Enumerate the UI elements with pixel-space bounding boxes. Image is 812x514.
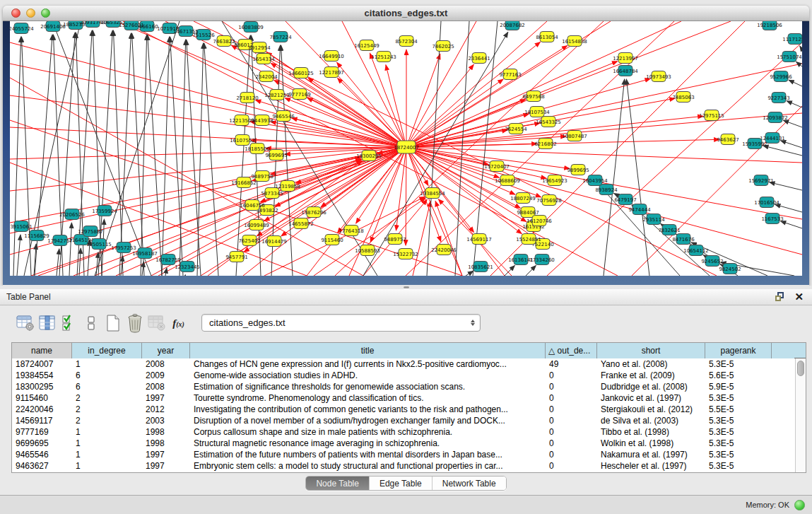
graph-node[interactable]: 8613054 — [536, 32, 558, 42]
graph-node[interactable]: 12213509 — [229, 115, 254, 126]
select-columns-icon[interactable] — [37, 314, 57, 333]
graph-node[interactable]: 12217897 — [319, 67, 344, 78]
graph-node[interactable]: 12323445 — [175, 262, 200, 272]
table-row[interactable]: 2242004622012Investigating the contribut… — [12, 404, 806, 415]
graph-node[interactable]: 16125449 — [354, 40, 379, 51]
table-row[interactable]: 911546021997Tourette syndrome. Phenomeno… — [12, 392, 806, 404]
graph-node[interactable]: 17016504 — [754, 197, 779, 208]
tab-network-table[interactable]: Network Table — [433, 477, 506, 490]
graph-node[interactable]: 16782759 — [155, 255, 181, 265]
svg-text:16046756: 16046756 — [240, 203, 265, 209]
graph-node[interactable]: 11156829 — [24, 230, 49, 241]
graph-node[interactable]: 20691406 — [40, 21, 66, 32]
table-row[interactable]: 946362711997Embryonic stem cells: a mode… — [12, 460, 806, 472]
column-header[interactable]: △ out_de... — [546, 343, 597, 358]
graph-node[interactable]: 11251243 — [371, 52, 396, 62]
graph-node[interactable]: 9227343 — [767, 93, 789, 103]
zoom-window-button[interactable] — [41, 8, 50, 18]
delete-table-disabled-icon[interactable] — [147, 314, 166, 333]
graph-node[interactable]: 9463627 — [717, 134, 739, 145]
graph-node[interactable]: 15876296 — [301, 207, 326, 218]
close-panel-icon[interactable]: ✕ — [794, 292, 804, 302]
graph-node[interactable]: 19218506 — [757, 21, 782, 30]
row-height-icon[interactable] — [81, 314, 100, 333]
graph-node[interactable]: 11171250 — [782, 34, 802, 45]
graph-node[interactable]: 19384554 — [420, 188, 445, 199]
table-selector-dropdown[interactable]: citations_edges.txt — [201, 314, 481, 332]
graph-node[interactable]: 10835621 — [468, 262, 493, 272]
network-graph-canvas[interactable]: 1167533161519216543342336441234200427181… — [10, 21, 802, 276]
graph-node[interactable]: 3624554 — [505, 124, 527, 134]
graph-node[interactable]: 5873345 — [261, 188, 283, 199]
function-builder-icon[interactable]: f(x) — [169, 314, 188, 333]
graph-node[interactable]: 9457791 — [225, 252, 247, 262]
graph-node[interactable]: 15322732 — [393, 249, 418, 259]
graph-node[interactable]: 16154838 — [562, 36, 587, 47]
scrollbar-thumb[interactable] — [797, 361, 804, 376]
table-cell: 2003 — [142, 415, 190, 426]
column-header[interactable]: title — [190, 343, 546, 358]
svg-text:16914479: 16914479 — [261, 239, 287, 245]
graph-node[interactable]: 70756928 — [536, 195, 562, 206]
select-all-check-icon[interactable] — [59, 314, 78, 333]
graph-node[interactable]: 16543325 — [536, 117, 561, 127]
graph-node[interactable]: 16914479 — [261, 236, 287, 247]
network-window-titlebar[interactable]: citations_edges.txt — [3, 6, 809, 21]
table-cell: 2008 — [142, 381, 190, 392]
column-header[interactable]: short — [597, 343, 705, 358]
table-row[interactable]: 946554611997Estimation of the future num… — [12, 449, 806, 460]
graph-node[interactable]: 8572304 — [395, 36, 418, 47]
svg-text:12217897: 12217897 — [319, 70, 344, 76]
table-row[interactable]: 1872400712008Changes of HCN gene express… — [12, 358, 806, 370]
graph-node[interactable]: 20087682 — [500, 21, 525, 30]
graph-node[interactable]: 7857224 — [269, 32, 292, 42]
svg-text:15935992: 15935992 — [742, 141, 767, 147]
column-header[interactable]: pagerank — [705, 343, 772, 358]
graph-node[interactable]: 7485063 — [672, 92, 694, 103]
graph-node[interactable]: 16648784 — [613, 66, 638, 76]
graph-hub-node[interactable]: 18724007 — [394, 141, 419, 153]
graph-node[interactable]: 15692971 — [748, 175, 774, 186]
minimize-window-button[interactable] — [26, 8, 35, 18]
graph-node[interactable]: 12093872 — [763, 112, 788, 123]
table-row[interactable]: 1456911722003Disruption of a novel membe… — [12, 415, 806, 426]
graph-node[interactable]: 15720407 — [484, 161, 510, 172]
graph-node[interactable]: 15751074 — [777, 52, 802, 62]
graph-node[interactable]: 14655872 — [288, 218, 314, 229]
graph-node[interactable]: 9115460 — [321, 235, 343, 245]
tab-edge-table[interactable]: Edge Table — [370, 477, 433, 490]
graph-node[interactable]: 2336441 — [468, 53, 490, 64]
column-header[interactable]: name — [12, 343, 72, 358]
column-header[interactable]: year — [142, 343, 190, 358]
table-row[interactable]: 1830029562008Estimation of significance … — [12, 381, 806, 392]
new-table-icon[interactable] — [103, 314, 122, 333]
tab-node-table[interactable]: Node Table — [306, 477, 370, 490]
graph-node[interactable]: 1167533 — [761, 214, 783, 224]
graph-node[interactable]: 7462025 — [432, 41, 454, 52]
close-window-button[interactable] — [11, 8, 20, 18]
graph-node[interactable]: 9899695 — [567, 165, 589, 175]
graph-node[interactable]: 10688609 — [495, 175, 520, 186]
graph-node[interactable]: 7832621 — [658, 225, 680, 235]
graph-node[interactable]: 2718120 — [236, 93, 258, 103]
graph-node[interactable]: 12975115 — [699, 110, 724, 121]
table-row[interactable]: 977716911998Corpus callosum shape and si… — [12, 426, 806, 438]
table-settings-icon[interactable] — [16, 314, 35, 333]
svg-text:1654334: 1654334 — [252, 57, 275, 62]
table-row[interactable]: 969969511998Structural magnetic resonanc… — [12, 438, 806, 449]
table-scrollbar[interactable] — [795, 358, 806, 473]
delete-column-icon[interactable] — [125, 314, 144, 333]
graph-node[interactable]: 14569117 — [466, 234, 492, 245]
graph-node[interactable]: 22420046 — [431, 245, 457, 255]
float-panel-icon[interactable] — [775, 292, 786, 302]
graph-node[interactable]: 24055724 — [10, 23, 34, 34]
graph-node[interactable]: 17334260 — [529, 255, 555, 265]
graph-node[interactable]: 19654923 — [542, 175, 567, 186]
graph-node[interactable]: 6216802 — [534, 139, 556, 149]
graph-node[interactable]: 10973493 — [646, 71, 671, 82]
graph-node[interactable]: 16083809 — [238, 22, 264, 33]
graph-node[interactable]: 7625402 — [238, 235, 260, 246]
column-header[interactable]: in_degree — [72, 343, 142, 358]
graph-node[interactable]: 2935114 — [642, 214, 665, 225]
table-row[interactable]: 1938455462009Genome-wide association stu… — [12, 370, 806, 381]
